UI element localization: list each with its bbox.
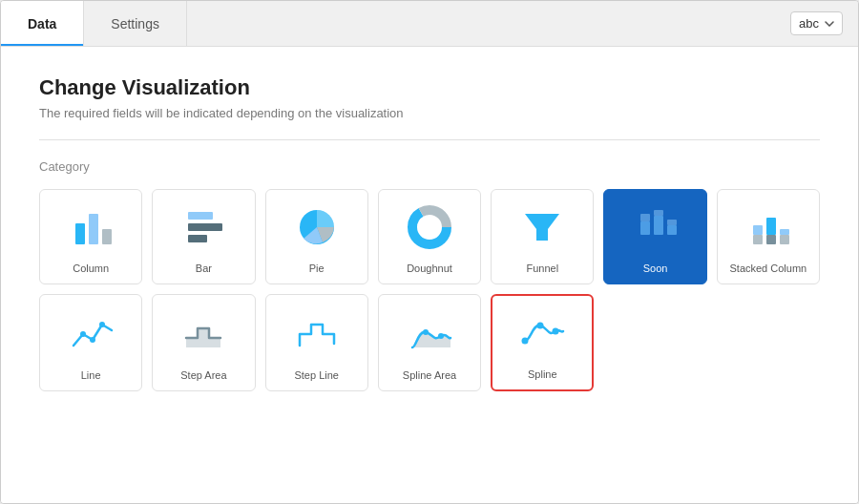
- viz-card-column[interactable]: Column: [39, 189, 142, 284]
- svg-rect-21: [780, 229, 789, 235]
- viz-card-spline-area[interactable]: Spline Area: [378, 294, 481, 391]
- svg-rect-2: [102, 229, 112, 244]
- line-label: Line: [81, 369, 101, 381]
- svg-rect-1: [89, 214, 98, 244]
- main-window: Data Settings abc Change Visualization T…: [0, 0, 859, 504]
- step-area-label: Step Area: [180, 369, 226, 381]
- svg-rect-3: [188, 212, 213, 220]
- svg-point-30: [553, 328, 559, 335]
- tab-bar: Data Settings abc: [1, 1, 858, 47]
- svg-point-29: [537, 323, 544, 329]
- tab-data[interactable]: Data: [1, 1, 84, 46]
- viz-card-step-line[interactable]: Step Line: [265, 294, 368, 391]
- category-label: Category: [39, 159, 820, 174]
- svg-rect-20: [766, 235, 776, 244]
- soon-label: Soon: [643, 262, 668, 274]
- svg-rect-19: [766, 218, 776, 235]
- svg-rect-13: [654, 216, 663, 235]
- svg-point-26: [423, 329, 429, 335]
- pie-icon: [291, 201, 343, 253]
- funnel-label: Funnel: [526, 262, 558, 274]
- funnel-icon: [516, 201, 568, 253]
- svg-point-23: [80, 331, 86, 337]
- viz-card-stacked-soon[interactable]: Soon: [603, 189, 706, 284]
- spline-area-label: Spline Area: [403, 369, 456, 381]
- viz-card-line[interactable]: Line: [39, 294, 142, 391]
- svg-rect-4: [188, 223, 222, 231]
- svg-rect-18: [753, 235, 763, 244]
- viz-card-pie[interactable]: Pie: [265, 189, 368, 284]
- doughnut-label: Doughnut: [407, 262, 452, 274]
- svg-rect-0: [75, 223, 85, 244]
- svg-rect-12: [640, 214, 650, 221]
- abc-dropdown[interactable]: abc: [790, 11, 843, 35]
- step-area-icon: [178, 308, 229, 360]
- spline-icon: [516, 307, 568, 359]
- viz-card-doughnut[interactable]: Doughnut: [378, 189, 481, 284]
- svg-point-24: [90, 337, 95, 343]
- page-subtitle: The required fields will be indicated de…: [39, 106, 820, 120]
- line-icon: [65, 308, 116, 360]
- spline-area-icon: [404, 308, 455, 360]
- step-line-label: Step Line: [294, 369, 338, 381]
- tab-settings[interactable]: Settings: [84, 1, 187, 46]
- svg-rect-17: [753, 225, 763, 235]
- viz-row-1: Column Bar: [39, 189, 820, 284]
- stacked-column-icon: [743, 201, 794, 253]
- svg-rect-15: [667, 225, 677, 235]
- column-label: Column: [73, 262, 109, 274]
- viz-card-funnel[interactable]: Funnel: [491, 189, 594, 284]
- svg-rect-5: [188, 235, 207, 242]
- stacked-column-label: Stacked Column: [729, 262, 807, 274]
- content-area: Change Visualization The required fields…: [1, 47, 858, 503]
- bar-label: Bar: [196, 262, 212, 274]
- column-icon: [65, 201, 116, 253]
- tab-right-controls: abc: [775, 1, 858, 46]
- svg-marker-10: [525, 214, 559, 241]
- svg-point-9: [420, 218, 439, 237]
- svg-rect-22: [780, 235, 789, 244]
- svg-point-28: [522, 338, 529, 345]
- svg-rect-14: [654, 210, 663, 216]
- divider: [39, 139, 820, 140]
- svg-point-25: [99, 322, 105, 327]
- page-title: Change Visualization: [39, 75, 820, 100]
- stacked-soon-icon: [630, 201, 681, 253]
- chevron-down-icon: [825, 21, 834, 27]
- svg-rect-16: [667, 220, 677, 225]
- step-line-icon: [291, 308, 343, 360]
- pie-label: Pie: [309, 262, 325, 274]
- svg-rect-11: [640, 221, 650, 235]
- viz-card-bar[interactable]: Bar: [152, 189, 255, 284]
- spline-label: Spline: [528, 368, 557, 380]
- viz-card-stacked-column[interactable]: Stacked Column: [717, 189, 820, 284]
- viz-card-spline[interactable]: Spline: [491, 294, 594, 391]
- bar-icon: [178, 201, 229, 253]
- viz-card-step-area[interactable]: Step Area: [152, 294, 255, 391]
- doughnut-icon: [404, 201, 455, 253]
- svg-point-27: [438, 333, 444, 339]
- viz-row-2: Line Step Area Step L: [39, 294, 820, 391]
